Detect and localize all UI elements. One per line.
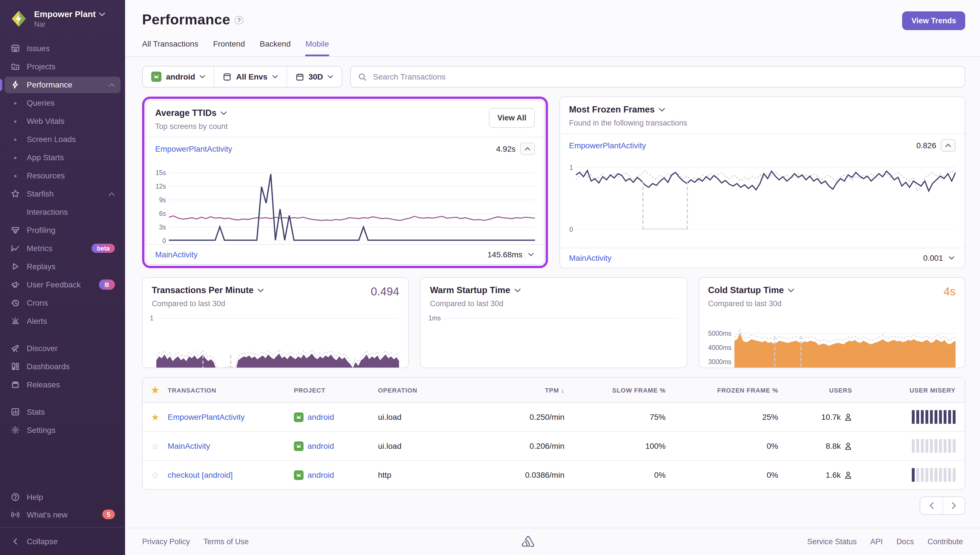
tab-frontend[interactable]: Frontend — [213, 39, 245, 56]
transaction-link[interactable]: MainActivity — [569, 253, 611, 263]
transaction-search[interactable] — [350, 66, 965, 88]
sidebar-item-projects[interactable]: Projects — [5, 58, 120, 75]
date-range-value: 30D — [308, 72, 323, 81]
project-link[interactable]: android — [307, 412, 334, 422]
sidebar-item-queries[interactable]: Queries — [5, 95, 120, 111]
sidebar-item-metrics[interactable]: Metrics beta — [5, 240, 120, 257]
transaction-link[interactable]: EmpowerPlantActivity — [569, 141, 646, 150]
sidebar-item-user-feedback[interactable]: User Feedback B — [5, 277, 120, 293]
sidebar-item-starfish[interactable]: Starfish — [5, 186, 120, 202]
col-project[interactable]: PROJECT — [294, 380, 378, 400]
transaction-link[interactable]: MainActivity — [155, 250, 198, 259]
sidebar-item-replays[interactable]: Replays — [5, 258, 120, 275]
docs-link[interactable]: Docs — [896, 537, 914, 546]
col-tpm-sorted[interactable]: TPM ↓ — [474, 380, 564, 400]
ttid-value: 145.68ms — [487, 250, 522, 259]
sidebar-item-resources[interactable]: Resources — [5, 168, 120, 184]
org-switcher[interactable]: Empower Plant Nar — [0, 0, 125, 35]
megaphone-icon — [10, 280, 21, 289]
sidebar-item-web-vitals[interactable]: Web Vitals — [5, 113, 120, 130]
misery-bar — [921, 439, 924, 453]
col-user-misery[interactable]: USER MISERY — [852, 380, 965, 400]
panel-title-row[interactable]: Average TTIDs — [155, 108, 489, 118]
terms-of-use-link[interactable]: Terms of Use — [204, 537, 249, 546]
sidebar-item-performance[interactable]: Performance — [5, 77, 120, 93]
card-title-row[interactable]: Cold Startup Time — [708, 285, 937, 295]
sidebar-item-crons[interactable]: Crons — [5, 295, 120, 311]
api-link[interactable]: API — [870, 537, 883, 546]
card-subtitle: Compared to last 30d — [708, 299, 937, 308]
sentry-logo-icon — [521, 535, 535, 549]
col-transaction[interactable]: TRANSACTION — [168, 380, 294, 400]
previous-page-button[interactable] — [920, 497, 943, 514]
tab-mobile[interactable]: Mobile — [305, 39, 329, 56]
sidebar-item-stats[interactable]: Stats — [5, 404, 120, 420]
expand-row-button[interactable] — [948, 255, 956, 261]
card-title-row[interactable]: Transactions Per Minute — [152, 285, 364, 295]
users-cell: 10.7k — [778, 405, 852, 429]
misery-bar — [944, 439, 946, 453]
project-link[interactable]: android — [307, 441, 334, 451]
view-trends-button[interactable]: View Trends — [903, 11, 965, 30]
col-users[interactable]: USERS — [778, 380, 852, 400]
sidebar-item-whats-new[interactable]: What's new 5 — [5, 506, 120, 523]
card-title-row[interactable]: Warm Startup Time — [430, 285, 678, 295]
panel-title-row[interactable]: Most Frozen Frames — [569, 104, 956, 115]
sidebar-item-discover[interactable]: Discover — [5, 340, 120, 357]
transaction-link[interactable]: EmpowerPlantActivity — [168, 412, 245, 422]
project-cell: android — [294, 463, 378, 487]
card-subtitle: Compared to last 30d — [152, 299, 364, 308]
star-toggle[interactable]: ☆ — [143, 462, 168, 488]
service-status-link[interactable]: Service Status — [807, 537, 857, 546]
project-filter-value: android — [166, 72, 195, 81]
transaction-link[interactable]: checkout [android] — [168, 470, 233, 480]
chevron-down-icon — [272, 75, 278, 79]
star-toggle[interactable]: ☆ — [143, 433, 168, 459]
search-input[interactable] — [372, 72, 957, 82]
collapse-row-button[interactable] — [520, 143, 535, 155]
cold-startup-chart: 5000ms4000ms3000ms2000ms1000ms — [699, 314, 965, 368]
sidebar-item-profiling[interactable]: Profiling — [5, 222, 120, 239]
sidebar-item-settings[interactable]: Settings — [5, 422, 120, 438]
cold-startup-title: Cold Startup Time — [708, 285, 784, 295]
chevron-up-icon — [109, 83, 115, 87]
expand-row-button[interactable] — [527, 252, 535, 257]
average-ttids-panel: Average TTIDs Top screens by count View … — [146, 100, 545, 265]
tab-backend[interactable]: Backend — [260, 39, 291, 56]
filter-bar: android All Envs 30D — [142, 66, 965, 88]
transactions-per-minute-card: Transactions Per Minute Compared to last… — [142, 277, 409, 368]
chevron-down-icon — [200, 75, 206, 79]
sidebar-item-help[interactable]: Help — [5, 489, 120, 505]
project-filter[interactable]: android — [143, 66, 214, 87]
collapse-row-button[interactable] — [941, 139, 956, 152]
sidebar-item-interactions[interactable]: Interactions — [5, 204, 120, 220]
sidebar-item-releases[interactable]: Releases — [5, 377, 120, 393]
environment-filter[interactable]: All Envs — [214, 66, 286, 87]
warm-startup-title: Warm Startup Time — [430, 285, 511, 295]
search-icon — [358, 72, 367, 81]
view-all-button[interactable]: View All — [489, 108, 535, 128]
sidebar-collapse-button[interactable]: Collapse — [5, 533, 120, 550]
sidebar-item-alerts[interactable]: Alerts — [5, 313, 120, 329]
user-icon — [844, 413, 852, 421]
next-page-button[interactable] — [943, 497, 965, 514]
transaction-link[interactable]: MainActivity — [168, 441, 210, 451]
sidebar-item-dashboards[interactable]: Dashboards — [5, 358, 120, 375]
date-range-filter[interactable]: 30D — [286, 66, 342, 87]
privacy-policy-link[interactable]: Privacy Policy — [142, 537, 190, 546]
contribute-link[interactable]: Contribute — [927, 537, 963, 546]
col-frozen-frame[interactable]: FROZEN FRAME % — [666, 380, 778, 400]
col-slow-frame[interactable]: SLOW FRAME % — [564, 380, 666, 400]
cold-y-axis: 5000ms4000ms3000ms2000ms1000ms — [705, 316, 734, 368]
col-operation[interactable]: OPERATION — [378, 380, 474, 400]
profiling-icon — [10, 226, 21, 235]
star-toggle[interactable]: ★ — [143, 404, 168, 430]
tab-all-transactions[interactable]: All Transactions — [142, 39, 198, 56]
sidebar-item-issues[interactable]: Issues — [5, 40, 120, 57]
sidebar-item-screen-loads[interactable]: Screen Loads — [5, 131, 120, 148]
project-link[interactable]: android — [307, 470, 334, 480]
help-tooltip-icon[interactable]: ? — [235, 16, 243, 24]
sidebar-item-app-starts[interactable]: App Starts — [5, 149, 120, 166]
transaction-link[interactable]: EmpowerPlantActivity — [155, 144, 232, 153]
tpm-y-axis: 10 — [148, 316, 156, 368]
